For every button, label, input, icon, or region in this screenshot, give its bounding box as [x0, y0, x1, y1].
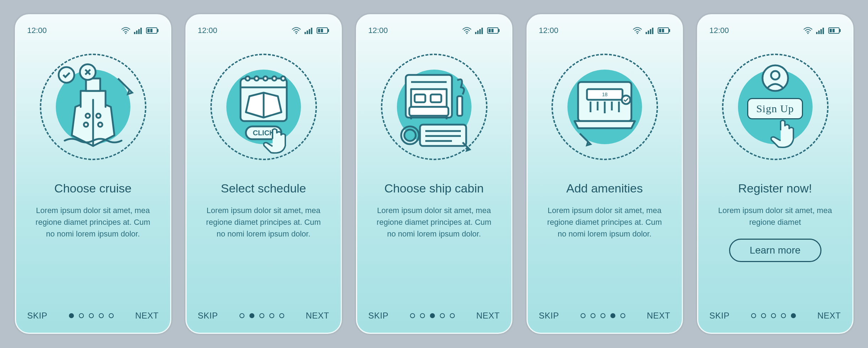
status-time: 12:00 [198, 26, 217, 35]
page-dots [410, 313, 455, 318]
dot-3[interactable] [89, 313, 94, 318]
status-bar: 12:00 [27, 25, 159, 36]
signal-icon [304, 27, 313, 34]
status-time: 12:00 [539, 26, 559, 35]
status-icons [803, 27, 841, 34]
svg-rect-80 [818, 31, 820, 34]
dot-1[interactable] [751, 313, 756, 318]
status-icons [292, 27, 329, 34]
signal-icon [134, 27, 142, 34]
dot-1[interactable] [581, 313, 586, 318]
svg-rect-8 [150, 29, 152, 32]
svg-rect-38 [477, 31, 479, 34]
svg-rect-62 [648, 31, 649, 34]
dot-5[interactable] [279, 313, 284, 318]
svg-point-14 [98, 123, 102, 127]
dot-2[interactable] [420, 313, 425, 318]
svg-rect-66 [669, 29, 670, 32]
battery-icon [828, 27, 841, 34]
svg-rect-67 [659, 29, 661, 32]
svg-point-0 [125, 33, 126, 34]
status-bar: 12:00 [368, 25, 500, 36]
dot-3[interactable] [600, 313, 605, 318]
learn-more-button[interactable]: Learn more [729, 239, 821, 262]
battery-icon [146, 27, 159, 34]
dot-3[interactable] [430, 313, 435, 318]
onboarding-screen-4: 12:00 18 Add [527, 14, 683, 334]
dot-5[interactable] [620, 313, 625, 318]
illustration: 18 [539, 47, 670, 167]
dot-5[interactable] [791, 313, 796, 318]
status-time: 12:00 [27, 26, 47, 35]
next-button[interactable]: NEXT [647, 311, 670, 321]
svg-rect-47 [409, 107, 448, 116]
next-button[interactable]: NEXT [817, 311, 841, 321]
svg-rect-4 [140, 28, 142, 34]
user-avatar-icon [761, 64, 789, 92]
svg-point-12 [96, 114, 101, 118]
dot-2[interactable] [79, 313, 84, 318]
dot-2[interactable] [761, 313, 766, 318]
signal-icon [816, 27, 825, 34]
dot-2[interactable] [249, 313, 254, 318]
page-dots [69, 313, 114, 318]
svg-rect-81 [820, 29, 822, 34]
dot-4[interactable] [269, 313, 274, 318]
dot-4[interactable] [610, 313, 615, 318]
onboarding-screen-2: 12:00 CLICK [185, 14, 342, 334]
screen-title: Choose ship cabin [368, 181, 500, 195]
svg-rect-40 [481, 28, 483, 34]
skip-button[interactable]: SKIP [27, 311, 48, 321]
skip-button[interactable]: SKIP [710, 311, 730, 321]
next-button[interactable]: NEXT [135, 311, 158, 321]
dot-2[interactable] [591, 313, 595, 318]
dot-4[interactable] [99, 313, 104, 318]
dot-3[interactable] [771, 313, 776, 318]
svg-rect-2 [136, 31, 138, 34]
dot-4[interactable] [440, 313, 445, 318]
screen-body: Lorem ipsum dolor sit amet, mea regione … [710, 205, 841, 228]
screen-title: Select schedule [198, 181, 329, 195]
battery-icon [487, 27, 500, 34]
svg-rect-6 [157, 29, 158, 32]
dot-5[interactable] [450, 313, 455, 318]
onboarding-screen-3: 12:00 [356, 14, 512, 334]
dot-1[interactable] [69, 313, 74, 318]
next-button[interactable]: NEXT [476, 311, 500, 321]
svg-rect-42 [498, 29, 500, 32]
svg-point-58 [404, 130, 416, 141]
illustration: CLICK [198, 47, 329, 167]
svg-rect-24 [318, 29, 320, 32]
dot-5[interactable] [109, 313, 114, 318]
svg-rect-64 [652, 28, 653, 34]
svg-rect-86 [832, 29, 835, 32]
screen-title: Add amenities [539, 181, 670, 195]
svg-point-30 [263, 76, 268, 81]
svg-point-87 [762, 65, 788, 91]
dot-4[interactable] [781, 313, 786, 318]
screen-body: Lorem ipsum dolor sit amet, mea regione … [198, 205, 329, 240]
screen-title: Choose cruise [27, 181, 159, 195]
wifi-icon [633, 27, 642, 34]
dot-3[interactable] [259, 313, 264, 318]
dot-1[interactable] [239, 313, 244, 318]
svg-rect-63 [650, 29, 651, 34]
skip-button[interactable]: SKIP [368, 311, 389, 321]
svg-rect-53 [457, 96, 462, 116]
battery-icon [317, 27, 329, 34]
signup-chip[interactable]: Sign Up [747, 98, 803, 119]
svg-point-31 [272, 76, 276, 81]
svg-point-60 [637, 33, 638, 34]
skip-button[interactable]: SKIP [198, 311, 218, 321]
illustration [27, 47, 159, 167]
dot-1[interactable] [410, 313, 415, 318]
illustration: Sign Up [710, 47, 841, 167]
skip-button[interactable]: SKIP [539, 311, 559, 321]
svg-rect-79 [816, 32, 818, 34]
svg-rect-19 [307, 31, 308, 34]
signal-icon [646, 27, 654, 34]
wifi-icon [121, 27, 130, 34]
svg-rect-61 [646, 32, 647, 34]
next-button[interactable]: NEXT [306, 311, 329, 321]
svg-rect-20 [309, 29, 310, 34]
